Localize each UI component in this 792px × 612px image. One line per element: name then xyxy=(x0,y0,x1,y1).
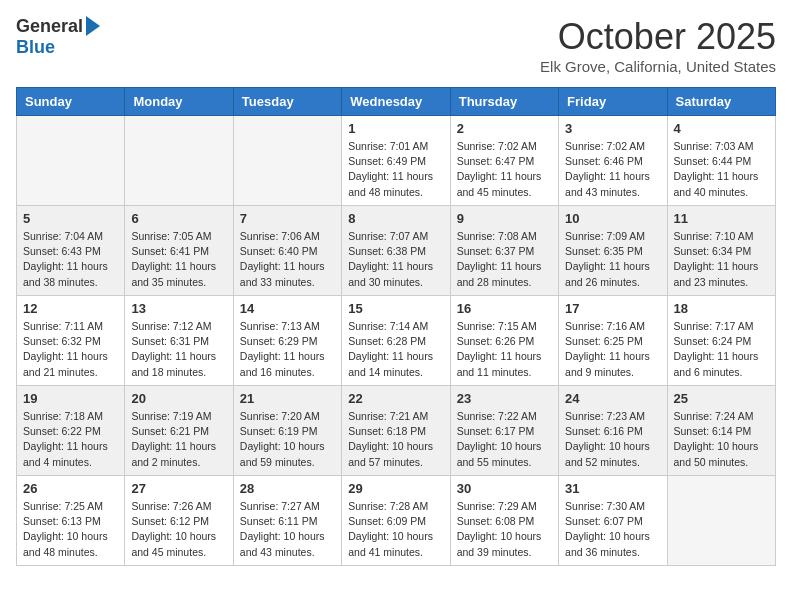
day-info: Sunrise: 7:28 AM Sunset: 6:09 PM Dayligh… xyxy=(348,499,443,560)
calendar-week-row: 1Sunrise: 7:01 AM Sunset: 6:49 PM Daylig… xyxy=(17,116,776,206)
calendar-cell xyxy=(667,476,775,566)
day-number: 14 xyxy=(240,301,335,316)
calendar-cell: 23Sunrise: 7:22 AM Sunset: 6:17 PM Dayli… xyxy=(450,386,558,476)
calendar-cell xyxy=(17,116,125,206)
calendar-cell: 25Sunrise: 7:24 AM Sunset: 6:14 PM Dayli… xyxy=(667,386,775,476)
calendar-cell: 2Sunrise: 7:02 AM Sunset: 6:47 PM Daylig… xyxy=(450,116,558,206)
day-number: 12 xyxy=(23,301,118,316)
day-info: Sunrise: 7:03 AM Sunset: 6:44 PM Dayligh… xyxy=(674,139,769,200)
day-info: Sunrise: 7:30 AM Sunset: 6:07 PM Dayligh… xyxy=(565,499,660,560)
calendar-header-thursday: Thursday xyxy=(450,88,558,116)
calendar-cell: 28Sunrise: 7:27 AM Sunset: 6:11 PM Dayli… xyxy=(233,476,341,566)
day-number: 11 xyxy=(674,211,769,226)
calendar-cell: 4Sunrise: 7:03 AM Sunset: 6:44 PM Daylig… xyxy=(667,116,775,206)
calendar-cell: 5Sunrise: 7:04 AM Sunset: 6:43 PM Daylig… xyxy=(17,206,125,296)
day-info: Sunrise: 7:23 AM Sunset: 6:16 PM Dayligh… xyxy=(565,409,660,470)
day-info: Sunrise: 7:19 AM Sunset: 6:21 PM Dayligh… xyxy=(131,409,226,470)
day-info: Sunrise: 7:13 AM Sunset: 6:29 PM Dayligh… xyxy=(240,319,335,380)
day-info: Sunrise: 7:02 AM Sunset: 6:46 PM Dayligh… xyxy=(565,139,660,200)
calendar-cell: 13Sunrise: 7:12 AM Sunset: 6:31 PM Dayli… xyxy=(125,296,233,386)
calendar-cell: 3Sunrise: 7:02 AM Sunset: 6:46 PM Daylig… xyxy=(559,116,667,206)
calendar-week-row: 12Sunrise: 7:11 AM Sunset: 6:32 PM Dayli… xyxy=(17,296,776,386)
day-number: 27 xyxy=(131,481,226,496)
calendar-cell: 19Sunrise: 7:18 AM Sunset: 6:22 PM Dayli… xyxy=(17,386,125,476)
day-number: 13 xyxy=(131,301,226,316)
calendar-cell: 6Sunrise: 7:05 AM Sunset: 6:41 PM Daylig… xyxy=(125,206,233,296)
calendar-header-wednesday: Wednesday xyxy=(342,88,450,116)
calendar-cell: 31Sunrise: 7:30 AM Sunset: 6:07 PM Dayli… xyxy=(559,476,667,566)
day-number: 4 xyxy=(674,121,769,136)
calendar-cell: 9Sunrise: 7:08 AM Sunset: 6:37 PM Daylig… xyxy=(450,206,558,296)
calendar-header-friday: Friday xyxy=(559,88,667,116)
day-number: 3 xyxy=(565,121,660,136)
day-number: 2 xyxy=(457,121,552,136)
calendar-cell: 12Sunrise: 7:11 AM Sunset: 6:32 PM Dayli… xyxy=(17,296,125,386)
calendar-cell: 14Sunrise: 7:13 AM Sunset: 6:29 PM Dayli… xyxy=(233,296,341,386)
day-info: Sunrise: 7:15 AM Sunset: 6:26 PM Dayligh… xyxy=(457,319,552,380)
calendar-cell: 20Sunrise: 7:19 AM Sunset: 6:21 PM Dayli… xyxy=(125,386,233,476)
day-info: Sunrise: 7:09 AM Sunset: 6:35 PM Dayligh… xyxy=(565,229,660,290)
day-number: 6 xyxy=(131,211,226,226)
day-info: Sunrise: 7:06 AM Sunset: 6:40 PM Dayligh… xyxy=(240,229,335,290)
day-info: Sunrise: 7:02 AM Sunset: 6:47 PM Dayligh… xyxy=(457,139,552,200)
day-number: 7 xyxy=(240,211,335,226)
calendar-cell: 22Sunrise: 7:21 AM Sunset: 6:18 PM Dayli… xyxy=(342,386,450,476)
day-number: 5 xyxy=(23,211,118,226)
calendar-cell: 30Sunrise: 7:29 AM Sunset: 6:08 PM Dayli… xyxy=(450,476,558,566)
logo-general-text: General xyxy=(16,16,83,37)
day-info: Sunrise: 7:05 AM Sunset: 6:41 PM Dayligh… xyxy=(131,229,226,290)
day-number: 16 xyxy=(457,301,552,316)
calendar-cell: 29Sunrise: 7:28 AM Sunset: 6:09 PM Dayli… xyxy=(342,476,450,566)
day-number: 10 xyxy=(565,211,660,226)
calendar-week-row: 19Sunrise: 7:18 AM Sunset: 6:22 PM Dayli… xyxy=(17,386,776,476)
day-info: Sunrise: 7:25 AM Sunset: 6:13 PM Dayligh… xyxy=(23,499,118,560)
calendar-cell: 7Sunrise: 7:06 AM Sunset: 6:40 PM Daylig… xyxy=(233,206,341,296)
day-number: 24 xyxy=(565,391,660,406)
calendar-header-sunday: Sunday xyxy=(17,88,125,116)
calendar-table: SundayMondayTuesdayWednesdayThursdayFrid… xyxy=(16,87,776,566)
day-info: Sunrise: 7:16 AM Sunset: 6:25 PM Dayligh… xyxy=(565,319,660,380)
calendar-cell: 8Sunrise: 7:07 AM Sunset: 6:38 PM Daylig… xyxy=(342,206,450,296)
calendar-cell xyxy=(233,116,341,206)
day-info: Sunrise: 7:08 AM Sunset: 6:37 PM Dayligh… xyxy=(457,229,552,290)
day-info: Sunrise: 7:24 AM Sunset: 6:14 PM Dayligh… xyxy=(674,409,769,470)
day-info: Sunrise: 7:11 AM Sunset: 6:32 PM Dayligh… xyxy=(23,319,118,380)
calendar-cell: 26Sunrise: 7:25 AM Sunset: 6:13 PM Dayli… xyxy=(17,476,125,566)
day-info: Sunrise: 7:10 AM Sunset: 6:34 PM Dayligh… xyxy=(674,229,769,290)
day-info: Sunrise: 7:29 AM Sunset: 6:08 PM Dayligh… xyxy=(457,499,552,560)
calendar-cell: 21Sunrise: 7:20 AM Sunset: 6:19 PM Dayli… xyxy=(233,386,341,476)
day-number: 20 xyxy=(131,391,226,406)
calendar-cell: 24Sunrise: 7:23 AM Sunset: 6:16 PM Dayli… xyxy=(559,386,667,476)
calendar-cell: 18Sunrise: 7:17 AM Sunset: 6:24 PM Dayli… xyxy=(667,296,775,386)
calendar-header-tuesday: Tuesday xyxy=(233,88,341,116)
day-number: 15 xyxy=(348,301,443,316)
day-number: 28 xyxy=(240,481,335,496)
day-info: Sunrise: 7:20 AM Sunset: 6:19 PM Dayligh… xyxy=(240,409,335,470)
day-number: 31 xyxy=(565,481,660,496)
day-info: Sunrise: 7:07 AM Sunset: 6:38 PM Dayligh… xyxy=(348,229,443,290)
day-number: 17 xyxy=(565,301,660,316)
day-info: Sunrise: 7:18 AM Sunset: 6:22 PM Dayligh… xyxy=(23,409,118,470)
title-section: October 2025 Elk Grove, California, Unit… xyxy=(540,16,776,75)
calendar-cell: 15Sunrise: 7:14 AM Sunset: 6:28 PM Dayli… xyxy=(342,296,450,386)
day-info: Sunrise: 7:12 AM Sunset: 6:31 PM Dayligh… xyxy=(131,319,226,380)
day-number: 22 xyxy=(348,391,443,406)
day-number: 9 xyxy=(457,211,552,226)
day-number: 29 xyxy=(348,481,443,496)
logo-arrow-icon xyxy=(86,16,100,36)
day-info: Sunrise: 7:21 AM Sunset: 6:18 PM Dayligh… xyxy=(348,409,443,470)
calendar-cell: 16Sunrise: 7:15 AM Sunset: 6:26 PM Dayli… xyxy=(450,296,558,386)
day-info: Sunrise: 7:22 AM Sunset: 6:17 PM Dayligh… xyxy=(457,409,552,470)
calendar-week-row: 26Sunrise: 7:25 AM Sunset: 6:13 PM Dayli… xyxy=(17,476,776,566)
day-number: 25 xyxy=(674,391,769,406)
calendar-cell: 11Sunrise: 7:10 AM Sunset: 6:34 PM Dayli… xyxy=(667,206,775,296)
calendar-cell xyxy=(125,116,233,206)
logo-blue-text: Blue xyxy=(16,37,55,58)
day-number: 1 xyxy=(348,121,443,136)
day-number: 30 xyxy=(457,481,552,496)
day-info: Sunrise: 7:14 AM Sunset: 6:28 PM Dayligh… xyxy=(348,319,443,380)
day-number: 8 xyxy=(348,211,443,226)
calendar-cell: 10Sunrise: 7:09 AM Sunset: 6:35 PM Dayli… xyxy=(559,206,667,296)
day-number: 23 xyxy=(457,391,552,406)
calendar-cell: 27Sunrise: 7:26 AM Sunset: 6:12 PM Dayli… xyxy=(125,476,233,566)
